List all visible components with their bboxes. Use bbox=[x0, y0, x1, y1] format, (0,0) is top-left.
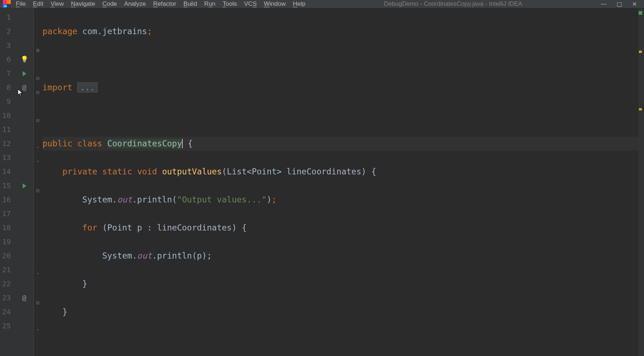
fold-end-icon[interactable]: ⌃ bbox=[36, 156, 40, 160]
intention-bulb-icon[interactable]: 💡 bbox=[21, 53, 28, 67]
svg-rect-1 bbox=[3, 0, 7, 4]
menu-vcs[interactable]: VCS bbox=[244, 0, 257, 8]
line-number[interactable]: 2 bbox=[0, 24, 15, 38]
close-button[interactable]: ✕ bbox=[632, 1, 637, 8]
intellij-logo-icon bbox=[3, 0, 11, 8]
fold-collapse-icon[interactable]: ⊟ bbox=[36, 184, 40, 188]
line-number[interactable]: 24 bbox=[0, 305, 15, 319]
menu-refactor[interactable]: Refactor bbox=[153, 0, 176, 8]
code-editor[interactable]: package com.jetbrains; import ... public… bbox=[42, 8, 638, 356]
gutter-icons: 💡 @ @ bbox=[15, 8, 34, 356]
menu-run[interactable]: Run bbox=[204, 0, 216, 8]
window-title: DebugDemo - CoordinatesCopy.java - Intel… bbox=[305, 0, 601, 8]
menu-help[interactable]: Help bbox=[293, 0, 305, 8]
warning-marker-icon[interactable] bbox=[639, 108, 642, 110]
fold-end-icon[interactable]: ⌃ bbox=[36, 324, 40, 328]
titlebar: File Edit View Navigate Code Analyze Ref… bbox=[0, 0, 644, 8]
menu-analyze[interactable]: Analyze bbox=[124, 0, 146, 8]
fold-collapse-icon[interactable]: ⊟ bbox=[36, 86, 40, 90]
line-number[interactable]: 3 bbox=[0, 38, 15, 53]
line-number[interactable]: 12 bbox=[0, 137, 15, 151]
line-number[interactable]: 22 bbox=[0, 277, 15, 291]
line-number[interactable]: 25 bbox=[0, 319, 15, 333]
line-number[interactable]: 23 bbox=[0, 291, 15, 305]
line-number[interactable]: 17 bbox=[0, 207, 15, 221]
window-controls: — ▢ ✕ bbox=[601, 1, 641, 8]
menu-build[interactable]: Build bbox=[183, 0, 197, 8]
menu-tools[interactable]: Tools bbox=[223, 0, 237, 8]
line-number[interactable]: 21 bbox=[0, 263, 15, 277]
line-number[interactable]: 19 bbox=[0, 235, 15, 249]
fold-column[interactable]: ⊞ ⊟ ⊟ ⊟ ⌃ ⌃ ⊟ ⌃ ⊟ ⌃ bbox=[34, 8, 42, 356]
error-stripe[interactable] bbox=[638, 8, 644, 356]
gutter-line-numbers[interactable]: 1 2 3 6 7 8 9 10 11 12 13 14 15 16 17 18… bbox=[0, 8, 15, 356]
line-number[interactable]: 11 bbox=[0, 123, 15, 137]
menu-navigate[interactable]: Navigate bbox=[71, 0, 95, 8]
run-gutter-icon[interactable] bbox=[23, 71, 26, 76]
fold-collapse-icon[interactable]: ⊟ bbox=[36, 114, 40, 118]
editor-area[interactable]: 1 2 3 6 7 8 9 10 11 12 13 14 15 16 17 18… bbox=[0, 8, 644, 356]
line-number[interactable]: 9 bbox=[0, 95, 15, 109]
line-number[interactable]: 20 bbox=[0, 249, 15, 263]
folded-imports[interactable]: ... bbox=[77, 82, 97, 92]
fold-end-icon[interactable]: ⌃ bbox=[36, 142, 40, 146]
fold-expand-icon[interactable]: ⊞ bbox=[36, 44, 40, 48]
menu-view[interactable]: View bbox=[51, 0, 64, 8]
menu-code[interactable]: Code bbox=[102, 0, 117, 8]
line-number[interactable]: 15 bbox=[0, 179, 15, 193]
override-gutter-icon[interactable]: @ bbox=[22, 81, 26, 95]
line-number[interactable]: 10 bbox=[0, 109, 15, 123]
warning-marker-icon[interactable] bbox=[639, 51, 642, 53]
analysis-ok-marker-icon[interactable] bbox=[639, 11, 642, 15]
line-number[interactable]: 16 bbox=[0, 193, 15, 207]
menu-file[interactable]: File bbox=[16, 0, 26, 8]
menu-edit[interactable]: Edit bbox=[33, 0, 43, 8]
svg-rect-4 bbox=[4, 6, 7, 6]
line-number[interactable]: 8 bbox=[0, 81, 15, 95]
maximize-button[interactable]: ▢ bbox=[617, 1, 622, 8]
line-number[interactable]: 14 bbox=[0, 165, 15, 179]
menu-window[interactable]: Window bbox=[264, 0, 285, 8]
run-gutter-icon[interactable] bbox=[23, 183, 26, 188]
menu-bar: File Edit View Navigate Code Analyze Ref… bbox=[16, 0, 305, 8]
minimize-button[interactable]: — bbox=[601, 1, 607, 8]
line-number[interactable]: 7 bbox=[0, 67, 15, 81]
line-number[interactable]: 6 bbox=[0, 53, 15, 67]
override-gutter-icon[interactable]: @ bbox=[22, 291, 26, 305]
svg-rect-2 bbox=[7, 0, 11, 4]
line-number[interactable]: 18 bbox=[0, 221, 15, 235]
line-number[interactable]: 1 bbox=[0, 10, 15, 24]
fold-collapse-icon[interactable]: ⊟ bbox=[36, 72, 40, 76]
fold-end-icon[interactable]: ⌃ bbox=[36, 268, 40, 272]
line-number[interactable]: 13 bbox=[0, 151, 15, 165]
fold-collapse-icon[interactable]: ⊟ bbox=[36, 296, 40, 300]
